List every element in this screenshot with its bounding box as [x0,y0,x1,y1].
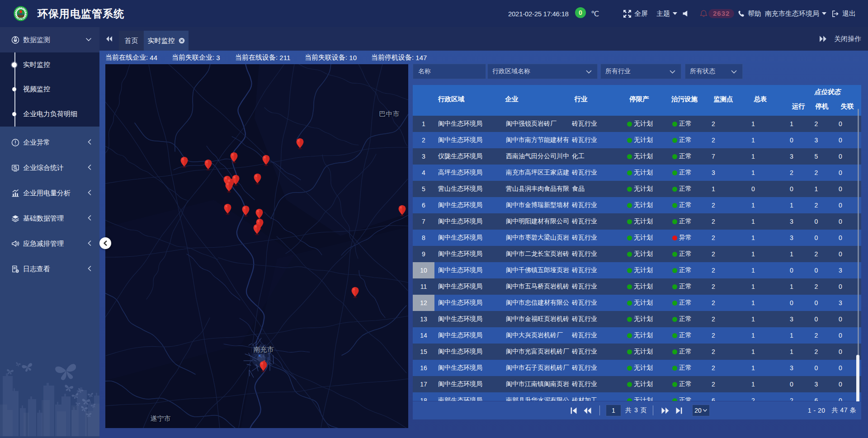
map-canvas[interactable]: 巴中市南充市遂宁市 [105,64,408,428]
table-row[interactable]: 2 阆中生态环境局 阆中市南方节能建材有 砖瓦行业 无计划 正常 2 1 0 3… [413,132,861,148]
table-row[interactable]: 15 阆中生态环境局 阆中市光富页岩机砖厂 砖瓦行业 无计划 正常 2 1 1 … [413,344,861,360]
limit-status-dot [627,187,632,192]
sidebar-subitem-2[interactable]: 视频监控 [0,77,99,102]
last-page-button[interactable] [672,401,686,419]
cell-company: 阆中强锐页岩砖厂 [502,120,570,128]
cell-industry: 砖瓦行业 [570,331,624,339]
first-page-button[interactable] [567,401,580,419]
treatment-status-dot [672,122,677,127]
cell-running: 0 [777,267,806,274]
table-row[interactable]: 17 阆中生态环境局 阆中市江南镇阆南页岩 砖瓦行业 无计划 正常 2 1 0 … [413,376,861,392]
map-pin-icon[interactable] [225,181,233,193]
sidebar-group-7[interactable]: 日志查看 [0,257,99,282]
main-content: 首页 实时监控 关闭操作 当前在线企业: 44当前失联企业: 3当前在线设备: … [99,27,868,438]
table-row[interactable]: 7 阆中生态环境局 阆中明阳建材有限公司 砖瓦行业 无计划 正常 2 1 3 0… [413,213,861,230]
table-row[interactable]: 13 阆中生态环境局 阆中市金福旺页岩机砖 砖瓦行业 无计划 正常 2 1 3 … [413,311,861,327]
map-pin-icon[interactable] [204,159,212,171]
sidebar-nav: 数据监测 实时监控 视频监控 企业电力负荷明细 企业异常 企业综合统计 企业用电… [0,27,99,438]
col-header-company[interactable]: 企业 [505,95,519,104]
tab-home[interactable]: 首页 [119,31,144,51]
col-header-running[interactable]: 运行 [792,102,805,111]
table-row[interactable]: 16 阆中生态环境局 阆中市石子页岩机砖厂 砖瓦行业 无计划 正常 2 1 3 … [413,360,861,376]
map-pin-icon[interactable] [230,152,238,164]
sidebar-group-2[interactable]: 企业异常 [0,130,99,155]
close-operations-dropdown[interactable]: 关闭操作 [819,27,861,51]
table-row[interactable]: 11 阆中生态环境局 阆中市五马桥页岩机砖 砖瓦行业 无计划 正常 2 1 1 … [413,278,861,295]
col-header-region[interactable]: 行政区域 [438,95,464,104]
col-header-stopped[interactable]: 停机 [816,102,829,111]
table-row[interactable]: 12 阆中生态环境局 阆中市忠信建材有限公 砖瓦行业 无计划 正常 2 1 0 … [413,295,861,311]
sidebar-group-4[interactable]: 企业用电量分析 [0,181,99,206]
tabs-scroll-left-button[interactable] [106,27,113,51]
theme-dropdown[interactable]: 主题 [656,0,677,27]
col-header-limit[interactable]: 停限产 [629,95,649,104]
tab-close-icon[interactable] [179,38,185,44]
col-header-treatment[interactable]: 治污设施 [671,95,698,104]
prev-page-button[interactable] [580,401,594,419]
total-pages-label: 共 3 页 [625,406,647,414]
map-collapse-button[interactable] [99,237,111,249]
table-row[interactable]: 8 阆中生态环境局 阆中市枣碧大梁山页岩 砖瓦行业 无计划 异常 2 1 3 0… [413,230,861,246]
logout-button[interactable]: 退出 [832,0,856,27]
tab-realtime-monitoring[interactable]: 实时监控 [144,31,189,51]
notification-count-badge[interactable]: 2632 [708,0,734,27]
org-dropdown[interactable]: 南充市生态环境局 [765,0,826,27]
name-filter-input[interactable]: 名称 [413,64,486,79]
next-page-button[interactable] [659,401,672,419]
col-header-meter[interactable]: 总表 [754,95,767,104]
industry-filter-select[interactable]: 所有行业 [600,64,681,79]
page-size-select[interactable]: 20 [692,405,710,416]
sidebar-group-6[interactable]: 应急减排管理 [0,231,99,257]
table-row[interactable]: 10 阆中生态环境局 阆中千佛镇五郎垭页岩 砖瓦行业 无计划 正常 2 1 0 … [413,262,861,278]
map-panel[interactable]: 巴中市南充市遂宁市 [105,64,408,428]
table-scrollbar-thumb[interactable] [856,355,859,405]
cell-offline: 0 [826,234,854,241]
treatment-status-dot [672,138,677,143]
map-pin-icon[interactable] [223,203,232,215]
limit-status-dot [627,219,632,224]
table-row[interactable]: 1 阆中生态环境局 阆中强锐页岩砖厂 砖瓦行业 无计划 正常 2 1 1 2 0 [413,116,861,132]
map-pin-icon[interactable] [351,287,359,298]
page-number-input[interactable]: 1 [606,405,621,416]
table-row[interactable]: 4 高坪生态环境局 南充市高坪区王家店建 砖瓦行业 无计划 正常 3 1 2 2… [413,165,861,181]
map-pin-icon[interactable] [253,224,261,235]
region-filter-select[interactable]: 行政区域名称 [487,64,598,79]
fullscreen-button[interactable]: 全屏 [623,0,648,27]
col-header-industry[interactable]: 行业 [575,95,588,104]
table-row[interactable]: 6 阆中生态环境局 阆中市金博瑞新型墙材 砖瓦行业 无计划 正常 2 1 1 2… [413,197,861,213]
col-header-points[interactable]: 监测点 [713,95,733,104]
map-pin-icon[interactable] [253,173,262,185]
cell-offline: 0 [826,332,854,339]
status-filter-select[interactable]: 所有状态 [685,64,743,79]
table-row[interactable]: 5 营山生态环境局 营山县润丰肉食品有限 食品 无计划 正常 1 0 0 1 0 [413,181,861,197]
map-pin-icon[interactable] [262,155,270,166]
map-pin-icon[interactable] [398,205,406,217]
cell-industry: 砖瓦行业 [570,234,624,242]
sidebar-subitem-1[interactable]: 实时监控 [0,52,99,77]
cell-row-number: 7 [413,213,434,230]
sidebar-group-5[interactable]: 基础数据管理 [0,206,99,231]
map-pin-icon[interactable] [296,138,304,150]
sidebar-group-3[interactable]: 企业综合统计 [0,155,99,181]
cell-points: 2 [698,299,729,306]
help-button[interactable]: 帮助 [738,0,761,27]
mute-button[interactable] [683,0,691,27]
map-pin-icon[interactable] [259,361,268,372]
cell-stopped: 2 [806,332,826,339]
col-header-offline[interactable]: 失联 [841,102,854,111]
table-row[interactable]: 3 仪陇生态环境局 西南油气田分公司川中 化工 无计划 正常 7 1 3 5 0 [413,148,861,165]
map-pin-icon[interactable] [241,205,250,217]
cell-treatment: 正常 [679,152,692,160]
table-row[interactable]: 14 阆中生态环境局 阆中大兴页岩机砖厂 砖瓦行业 无计划 正常 2 1 1 2… [413,327,861,344]
cell-running: 1 [777,202,806,209]
notification-bell-icon[interactable] [700,0,708,27]
map-pin-icon[interactable] [180,156,189,168]
sidebar-group-1[interactable]: 数据监测 [0,27,99,52]
cell-running: 3 [777,316,806,323]
sidebar-subitem-3[interactable]: 企业电力负荷明细 [0,102,99,127]
cell-running: 0 [777,185,806,193]
cell-treatment: 正常 [679,380,692,388]
table-row[interactable]: 9 阆中生态环境局 阆中市二龙长宝页岩砖 砖瓦行业 无计划 正常 2 1 1 2… [413,246,861,262]
treatment-status-dot [672,154,677,159]
table-row[interactable]: 18 南部生态环境局 南部县升华水泥有限公 砖材加工 无计划 正常 6 2 2 … [413,392,861,401]
